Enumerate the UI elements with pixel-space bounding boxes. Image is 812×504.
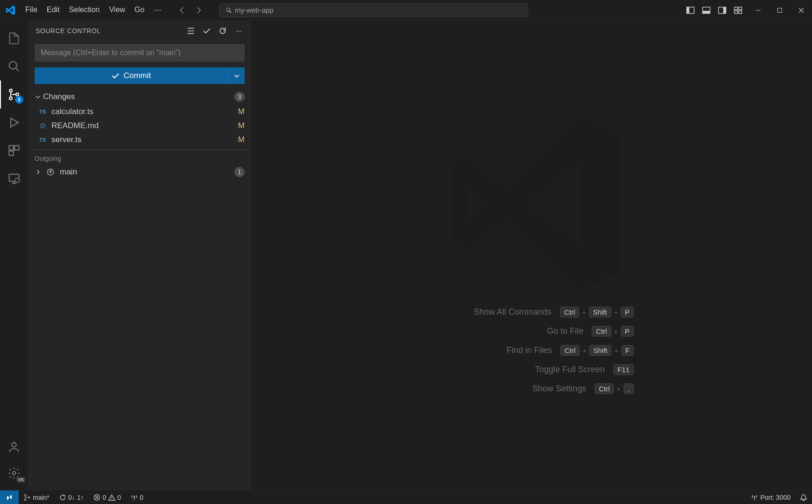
svg-point-26 — [28, 497, 30, 498]
toggle-primary-sidebar-icon[interactable] — [684, 4, 697, 17]
commit-button[interactable]: Commit — [35, 67, 228, 84]
menu-go[interactable]: Go — [130, 3, 149, 17]
minimize-icon[interactable] — [747, 0, 769, 21]
keyboard-key: Shift — [589, 345, 611, 356]
status-ports[interactable]: 0 — [126, 490, 148, 504]
window-controls — [747, 0, 812, 21]
changed-file-row[interactable]: TS calculator.ts M — [28, 105, 251, 119]
shortcut-row: Show SettingsCtrl+, — [430, 383, 634, 394]
plus-separator: + — [582, 347, 586, 354]
shortcut-row: Find in FilesCtrl+Shift+F — [430, 345, 634, 356]
remote-indicator[interactable] — [0, 490, 19, 504]
svg-point-22 — [12, 472, 15, 475]
svg-point-24 — [24, 494, 26, 496]
activity-search-icon[interactable] — [0, 52, 28, 80]
menu-more-icon[interactable]: ⋯ — [149, 3, 166, 17]
outgoing-count-badge: 1 — [234, 167, 245, 177]
status-bar: main* 0↓ 1↑ 0 0 0 Port: 3000 — [0, 490, 812, 504]
activity-accounts-icon[interactable] — [0, 434, 28, 460]
status-sync[interactable]: 0↓ 1↑ — [54, 490, 88, 504]
radio-tower-icon — [130, 494, 138, 501]
plus-separator: + — [582, 309, 586, 316]
svg-rect-8 — [734, 11, 738, 14]
outgoing-label: Outgoing — [28, 150, 251, 164]
chevron-right-icon — [35, 169, 43, 175]
customize-layout-icon[interactable] — [732, 4, 745, 17]
shortcut-row: Go to FileCtrl+P — [430, 326, 634, 337]
commit-message-input[interactable] — [35, 44, 245, 62]
branch-name: main — [60, 167, 77, 177]
svg-rect-9 — [739, 11, 742, 14]
source-control-sidebar: SOURCE CONTROL ⋯ Commit Changes 3 — [28, 21, 252, 490]
file-name: server.ts — [51, 135, 81, 144]
svg-point-20 — [15, 178, 19, 182]
menu-edit[interactable]: Edit — [42, 3, 65, 17]
editor-area: Show All CommandsCtrl+Shift+PGo to FileC… — [252, 21, 812, 490]
nav-back-icon[interactable] — [175, 4, 188, 17]
maximize-icon[interactable] — [769, 0, 790, 21]
file-status-badge: M — [238, 121, 245, 130]
svg-rect-18 — [9, 151, 13, 155]
error-icon — [93, 494, 101, 501]
menu-selection[interactable]: Selection — [64, 3, 104, 17]
status-branch[interactable]: main* — [19, 490, 54, 504]
status-forwarded-port[interactable]: Port: 3000 — [746, 490, 795, 504]
search-icon — [225, 7, 232, 14]
svg-point-13 — [9, 89, 12, 92]
commit-action-icon[interactable] — [202, 26, 212, 36]
nav-forward-icon[interactable] — [192, 4, 205, 17]
activity-explorer-icon[interactable] — [0, 24, 28, 52]
plus-separator: + — [614, 309, 618, 316]
svg-rect-7 — [739, 7, 742, 10]
file-type-icon: ⓘ — [37, 121, 48, 131]
changed-file-row[interactable]: ⓘ README.md M — [28, 119, 251, 133]
toggle-secondary-sidebar-icon[interactable] — [716, 4, 729, 17]
remote-icon — [6, 494, 13, 501]
sidebar-actions: ⋯ — [186, 26, 244, 36]
layout-controls — [684, 4, 745, 17]
activity-source-control-icon[interactable]: 3 — [0, 80, 28, 108]
profile-badge: VS — [16, 477, 25, 482]
file-type-icon: TS — [37, 107, 48, 117]
vscode-logo — [0, 5, 21, 15]
shortcut-label: Go to File — [462, 326, 583, 336]
file-name: README.md — [51, 121, 99, 130]
shortcut-keys: Ctrl+Shift+F — [560, 345, 634, 356]
keyboard-key: , — [624, 383, 634, 394]
changes-label: Changes — [43, 92, 75, 101]
nav-buttons — [175, 4, 205, 17]
activity-run-debug-icon[interactable] — [0, 108, 28, 137]
welcome-shortcuts: Show All CommandsCtrl+Shift+PGo to FileC… — [430, 307, 634, 394]
status-problems[interactable]: 0 0 — [88, 490, 126, 504]
command-center[interactable]: my-web-app — [219, 3, 528, 17]
commit-button-row: Commit — [35, 67, 245, 84]
menu-file[interactable]: File — [21, 3, 42, 17]
status-notifications[interactable] — [795, 490, 812, 504]
keyboard-key: P — [621, 326, 634, 337]
activity-remote-explorer-icon[interactable] — [0, 165, 28, 193]
svg-rect-1 — [687, 7, 689, 14]
more-actions-icon[interactable]: ⋯ — [233, 26, 244, 36]
menu-view[interactable]: View — [104, 3, 130, 17]
upload-icon — [47, 168, 56, 176]
activity-settings-icon[interactable]: VS — [0, 460, 28, 486]
keyboard-key: F — [621, 345, 634, 356]
svg-point-14 — [9, 97, 12, 100]
keyboard-key: F11 — [613, 364, 634, 375]
changes-section-header[interactable]: Changes 3 — [28, 89, 251, 105]
commit-dropdown-button[interactable] — [228, 67, 245, 84]
sidebar-header: SOURCE CONTROL ⋯ — [28, 21, 251, 41]
toggle-panel-icon[interactable] — [700, 4, 713, 17]
refresh-icon[interactable] — [218, 26, 228, 36]
main-area: 3 VS SOURCE CONTROL — [0, 21, 812, 490]
changes-count-badge: 3 — [234, 92, 245, 102]
changed-file-row[interactable]: TS server.ts M — [28, 133, 251, 147]
view-as-tree-icon[interactable] — [186, 26, 196, 36]
shortcut-label: Show All Commands — [430, 307, 551, 317]
close-icon[interactable] — [790, 0, 812, 21]
bell-icon — [800, 494, 807, 501]
shortcut-label: Find in Files — [430, 346, 552, 355]
activity-extensions-icon[interactable] — [0, 137, 28, 165]
outgoing-branch-row[interactable]: main 1 — [28, 164, 251, 180]
sidebar-title: SOURCE CONTROL — [36, 27, 101, 35]
